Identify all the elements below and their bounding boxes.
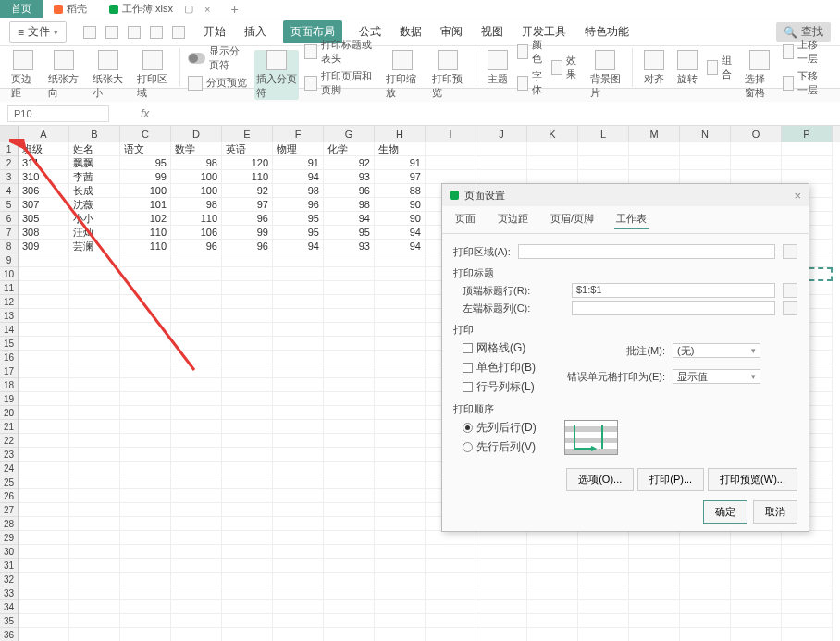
cell-K29[interactable]	[527, 531, 578, 545]
cell-B1[interactable]: 姓名	[69, 142, 120, 156]
cell-F33[interactable]	[273, 586, 324, 600]
cell-H14[interactable]	[375, 323, 426, 337]
cell-C21[interactable]	[120, 420, 171, 434]
cell-D10[interactable]	[171, 267, 222, 281]
cell-A7[interactable]: 308	[19, 226, 69, 240]
row-header-2[interactable]: 2	[0, 156, 19, 170]
cell-B22[interactable]	[69, 434, 120, 448]
cell-B15[interactable]	[69, 337, 120, 351]
cell-D18[interactable]	[171, 378, 222, 392]
col-header-P[interactable]: P	[782, 126, 833, 142]
row-header-22[interactable]: 22	[0, 434, 19, 448]
cell-J33[interactable]	[476, 586, 527, 600]
cell-D17[interactable]	[171, 364, 222, 378]
cell-F3[interactable]: 94	[273, 170, 324, 184]
cell-E11[interactable]	[222, 281, 273, 295]
cell-E10[interactable]	[222, 267, 273, 281]
col-header-H[interactable]: H	[375, 126, 426, 142]
cell-C25[interactable]	[120, 475, 171, 489]
cell-C30[interactable]	[120, 545, 171, 559]
cell-F24[interactable]	[273, 462, 324, 475]
cell-A8[interactable]: 309	[19, 240, 69, 253]
cell-E7[interactable]: 99	[222, 226, 273, 240]
print-area-input[interactable]	[518, 244, 775, 259]
cell-H24[interactable]	[375, 462, 426, 475]
cell-H30[interactable]	[375, 545, 426, 559]
cell-G27[interactable]	[324, 503, 375, 517]
col-header-N[interactable]: N	[680, 126, 731, 142]
cell-N1[interactable]	[680, 142, 731, 156]
cell-C29[interactable]	[120, 531, 171, 545]
cell-G10[interactable]	[324, 267, 375, 281]
cell-G7[interactable]: 95	[324, 226, 375, 240]
cell-A14[interactable]	[19, 323, 69, 337]
row-header-4[interactable]: 4	[0, 184, 19, 198]
cell-A30[interactable]	[19, 545, 69, 559]
row-header-9[interactable]: 9	[0, 253, 19, 267]
cell-B8[interactable]: 芸澜	[69, 240, 120, 253]
cell-M33[interactable]	[629, 586, 680, 600]
cell-H35[interactable]	[375, 614, 426, 628]
cell-G18[interactable]	[324, 378, 375, 392]
fx-cancel-icon[interactable]	[118, 107, 131, 120]
file-menu[interactable]: ≡ 文件 ▾	[9, 21, 67, 43]
row-header-18[interactable]: 18	[0, 378, 19, 392]
cell-F5[interactable]: 96	[273, 198, 324, 212]
cell-H16[interactable]	[375, 351, 426, 364]
cell-E22[interactable]	[222, 434, 273, 448]
cell-G26[interactable]	[324, 489, 375, 503]
cell-D14[interactable]	[171, 323, 222, 337]
cell-C17[interactable]	[120, 364, 171, 378]
cell-E27[interactable]	[222, 503, 273, 517]
cell-N3[interactable]	[680, 170, 731, 184]
tab-close-icon[interactable]: ×	[204, 4, 210, 15]
cell-D8[interactable]: 96	[171, 240, 222, 253]
dialog-close-icon[interactable]: ×	[794, 189, 801, 203]
cell-H11[interactable]	[375, 281, 426, 295]
cell-M29[interactable]	[629, 531, 680, 545]
move-up-button[interactable]: 上移一层	[783, 38, 825, 66]
cell-C36[interactable]	[120, 628, 171, 641]
row-header-24[interactable]: 24	[0, 462, 19, 475]
cell-F36[interactable]	[273, 628, 324, 641]
colors-button[interactable]: 颜色	[517, 38, 547, 66]
cell-A18[interactable]	[19, 378, 69, 392]
orientation-button[interactable]: 纸张方向	[44, 50, 83, 100]
cell-O35[interactable]	[731, 614, 782, 628]
cell-B6[interactable]: 小小	[69, 212, 120, 226]
size-button[interactable]: 纸张大小	[89, 50, 128, 100]
cell-H20[interactable]	[375, 406, 426, 420]
cell-A2[interactable]: 311	[19, 156, 69, 170]
cell-H34[interactable]	[375, 600, 426, 614]
dlg-tab-sheet[interactable]: 工作表	[614, 210, 649, 229]
cell-K2[interactable]	[527, 156, 578, 170]
cell-D36[interactable]	[171, 628, 222, 641]
cell-K34[interactable]	[527, 600, 578, 614]
cell-G4[interactable]: 96	[324, 184, 375, 198]
cell-O29[interactable]	[731, 531, 782, 545]
col-header-L[interactable]: L	[578, 126, 629, 142]
cell-I29[interactable]	[426, 531, 476, 545]
theme-button[interactable]: 主题	[484, 50, 512, 86]
cell-B14[interactable]	[69, 323, 120, 337]
cell-H19[interactable]	[375, 392, 426, 406]
cell-I30[interactable]	[426, 545, 476, 559]
row-header-7[interactable]: 7	[0, 226, 19, 240]
cell-O1[interactable]	[731, 142, 782, 156]
cell-C31[interactable]	[120, 559, 171, 573]
col-header-C[interactable]: C	[120, 126, 171, 142]
cell-G17[interactable]	[324, 364, 375, 378]
cell-F20[interactable]	[273, 406, 324, 420]
row-header-17[interactable]: 17	[0, 364, 19, 378]
cell-D22[interactable]	[171, 434, 222, 448]
show-breaks-toggle[interactable]: 显示分页符	[188, 44, 250, 72]
cell-L1[interactable]	[578, 142, 629, 156]
cell-C1[interactable]: 语文	[120, 142, 171, 156]
cell-A17[interactable]	[19, 364, 69, 378]
qa-redo-icon[interactable]	[150, 26, 163, 39]
cell-F35[interactable]	[273, 614, 324, 628]
cell-E20[interactable]	[222, 406, 273, 420]
cell-B26[interactable]	[69, 489, 120, 503]
cell-E18[interactable]	[222, 378, 273, 392]
cell-D26[interactable]	[171, 489, 222, 503]
